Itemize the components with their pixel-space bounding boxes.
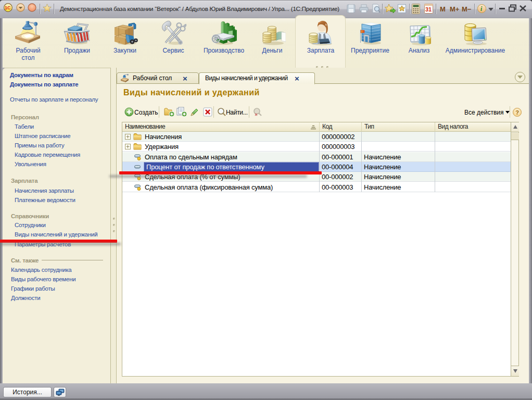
svg-text:31: 31	[425, 6, 432, 12]
svg-text:1С: 1С	[5, 5, 11, 10]
